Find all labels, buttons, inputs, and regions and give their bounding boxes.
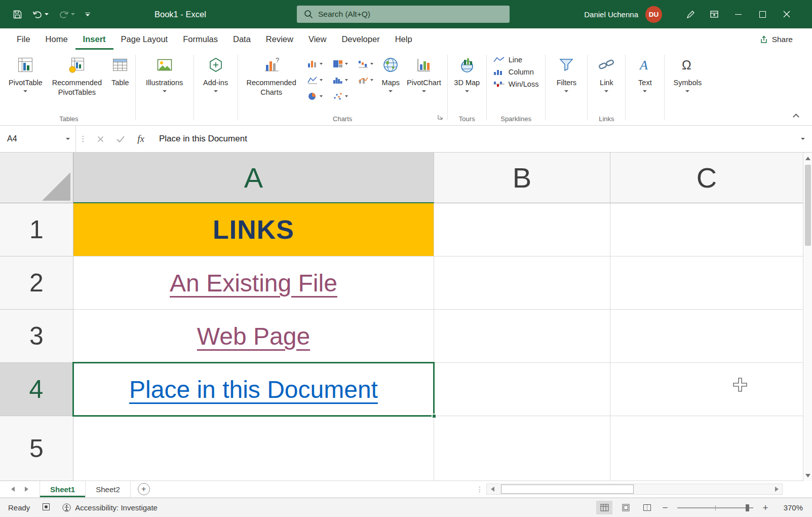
save-button[interactable]: [8, 4, 27, 24]
vertical-scroll-thumb[interactable]: [805, 165, 811, 246]
zoom-in-button[interactable]: +: [760, 502, 770, 513]
column-header-c[interactable]: C: [610, 153, 803, 203]
zoom-level[interactable]: 370%: [776, 503, 803, 512]
cell-a5[interactable]: [73, 416, 434, 481]
tab-home[interactable]: Home: [38, 28, 75, 50]
symbols-button[interactable]: Ω Symbols: [667, 51, 708, 113]
recommended-charts-button[interactable]: ? Recommended Charts: [241, 51, 302, 113]
insert-column-chart-button[interactable]: [302, 56, 328, 72]
customize-quick-access-button[interactable]: [81, 4, 95, 24]
column-header-b[interactable]: B: [434, 153, 610, 203]
insert-pie-chart-button[interactable]: [302, 88, 328, 104]
maximize-button[interactable]: [750, 0, 775, 28]
scroll-left-button[interactable]: [487, 484, 498, 494]
sheet-nav-right-button[interactable]: [25, 485, 28, 494]
name-box[interactable]: A4: [0, 126, 76, 152]
tab-insert[interactable]: Insert: [75, 28, 113, 50]
tab-file[interactable]: File: [9, 28, 38, 50]
cell-c4[interactable]: [610, 363, 803, 416]
tab-formulas[interactable]: Formulas: [175, 28, 225, 50]
table-button[interactable]: Table: [108, 51, 133, 113]
insert-line-chart-button[interactable]: [302, 72, 328, 88]
link-button[interactable]: Link: [590, 51, 623, 113]
tab-page-layout[interactable]: Page Layout: [113, 28, 176, 50]
normal-view-button[interactable]: [596, 501, 612, 514]
sparkline-line-button[interactable]: Line: [493, 56, 539, 64]
insert-waterfall-chart-button[interactable]: [353, 56, 378, 72]
add-ins-button[interactable]: Add-ins: [197, 51, 235, 113]
sheet-tab-sheet1[interactable]: Sheet1: [40, 481, 86, 497]
scroll-up-button[interactable]: [803, 153, 812, 164]
cell-c2[interactable]: [610, 256, 803, 310]
sparkline-winloss-button[interactable]: Win/Loss: [493, 80, 539, 88]
cell-a4-selected[interactable]: Place in this Document: [73, 363, 434, 416]
ribbon-display-options-button[interactable]: [703, 0, 726, 28]
row-header-4[interactable]: 4: [0, 363, 73, 416]
insert-statistic-chart-button[interactable]: [328, 72, 353, 88]
new-sheet-button[interactable]: +: [138, 483, 150, 495]
formula-bar-splitter[interactable]: ⋮: [76, 126, 90, 152]
scroll-right-button[interactable]: [771, 484, 782, 494]
redo-button[interactable]: [54, 4, 80, 24]
zoom-out-button[interactable]: −: [660, 502, 670, 513]
collapse-ribbon-button[interactable]: [794, 114, 799, 119]
search-box[interactable]: [297, 6, 510, 23]
select-all-corner[interactable]: [0, 153, 73, 203]
search-input[interactable]: [318, 10, 502, 19]
tab-review[interactable]: Review: [258, 28, 301, 50]
tab-data[interactable]: Data: [225, 28, 258, 50]
cell-b3[interactable]: [434, 310, 610, 363]
page-layout-view-button[interactable]: [617, 501, 634, 514]
macro-record-button[interactable]: [42, 503, 50, 512]
tab-help[interactable]: Help: [388, 28, 420, 50]
formula-input[interactable]: Place in this Document: [151, 126, 794, 152]
recommended-pivottables-button[interactable]: Recommended PivotTables: [46, 51, 108, 113]
cell-b4[interactable]: [434, 363, 610, 416]
accessibility-checker-button[interactable]: Accessibility: Investigate: [62, 503, 158, 512]
charts-dialog-launcher[interactable]: [437, 113, 443, 122]
zoom-slider[interactable]: [677, 507, 753, 508]
text-button[interactable]: A Text: [628, 51, 662, 113]
filters-button[interactable]: Filters: [548, 51, 585, 113]
tab-view[interactable]: View: [301, 28, 334, 50]
scroll-down-button[interactable]: [803, 470, 812, 481]
user-name[interactable]: Daniel Uchenna: [584, 10, 638, 19]
pivottable-button[interactable]: PivotTable: [5, 51, 46, 113]
vertical-scrollbar[interactable]: [803, 153, 812, 481]
row-header-1[interactable]: 1: [0, 203, 73, 256]
row-header-3[interactable]: 3: [0, 310, 73, 363]
pivotchart-button[interactable]: PivotChart: [403, 51, 445, 113]
pen-button[interactable]: [679, 0, 703, 28]
insert-scatter-chart-button[interactable]: [328, 88, 353, 104]
horizontal-scrollbar[interactable]: [486, 484, 783, 495]
cell-c5[interactable]: [610, 416, 803, 481]
cell-a3[interactable]: Web Page: [73, 310, 434, 363]
close-button[interactable]: [775, 0, 799, 28]
cell-b2[interactable]: [434, 256, 610, 310]
sheet-nav-left-button[interactable]: [11, 485, 15, 494]
cancel-button[interactable]: [90, 126, 110, 152]
tab-scroll-splitter[interactable]: ⋮: [473, 481, 486, 497]
insert-function-button[interactable]: fx: [131, 126, 151, 152]
user-avatar[interactable]: DU: [645, 6, 662, 23]
sparkline-column-button[interactable]: Column: [493, 68, 539, 76]
horizontal-scroll-thumb[interactable]: [501, 485, 634, 494]
cell-c3[interactable]: [610, 310, 803, 363]
fill-handle[interactable]: [432, 414, 437, 419]
3d-map-button[interactable]: 3D Map: [450, 51, 484, 113]
cell-b1[interactable]: [434, 203, 610, 256]
cell-c1[interactable]: [610, 203, 803, 256]
sheet-tab-sheet2[interactable]: Sheet2: [86, 481, 131, 497]
undo-button[interactable]: [28, 4, 53, 24]
insert-hierarchy-chart-button[interactable]: [328, 56, 353, 72]
column-header-a[interactable]: A: [73, 153, 434, 203]
tab-developer[interactable]: Developer: [334, 28, 387, 50]
illustrations-button[interactable]: Illustrations: [138, 51, 191, 113]
zoom-slider-thumb[interactable]: [746, 504, 749, 511]
enter-button[interactable]: [110, 126, 131, 152]
page-break-view-button[interactable]: [639, 501, 655, 514]
maps-button[interactable]: Maps: [378, 51, 403, 113]
minimize-button[interactable]: [726, 0, 750, 28]
cell-a2[interactable]: An Existing File: [73, 256, 434, 310]
formula-bar-expand-button[interactable]: [794, 126, 812, 152]
